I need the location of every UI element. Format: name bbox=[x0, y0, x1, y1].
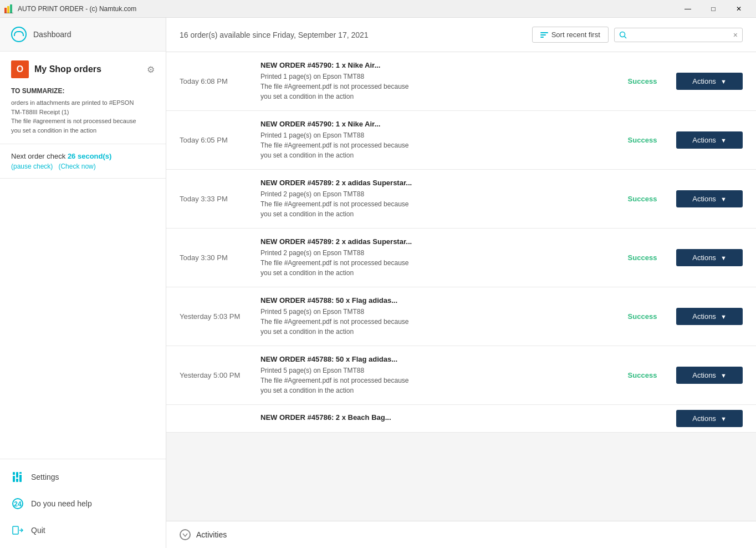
search-input[interactable] bbox=[630, 31, 730, 39]
sort-button[interactable]: Sort recent first bbox=[532, 27, 609, 43]
settings-label: Settings bbox=[31, 473, 59, 481]
order-subtitle: Printed 2 page(s) on Epson TMT88The file… bbox=[260, 189, 609, 219]
order-status: Success bbox=[617, 77, 667, 85]
order-title: NEW ORDER #45788: 50 x Flag adidas... bbox=[260, 296, 609, 305]
sidebar-item-help[interactable]: 24 Do you need help bbox=[0, 490, 166, 517]
shop-title: My Shop orders bbox=[34, 64, 141, 74]
svg-rect-1 bbox=[7, 6, 9, 13]
svg-point-14 bbox=[620, 32, 625, 37]
app-container: Dashboard O My Shop orders ⚙ TO SUMMARIZ… bbox=[0, 18, 756, 548]
order-subtitle: Printed 5 page(s) on Epson TMT88The file… bbox=[260, 366, 609, 395]
dashboard-icon bbox=[11, 27, 27, 42]
search-clear-button[interactable]: × bbox=[733, 31, 738, 39]
actions-button[interactable]: Actions ▼ bbox=[676, 190, 743, 207]
order-status: Success bbox=[617, 195, 667, 203]
actions-label: Actions bbox=[692, 77, 716, 85]
order-row: Yesterday 5:03 PM NEW ORDER #45788: 50 x… bbox=[166, 287, 756, 346]
actions-label: Actions bbox=[692, 414, 716, 423]
help-icon: 24 bbox=[11, 497, 24, 510]
order-subtitle: Printed 1 page(s) on Epson TMT88The file… bbox=[260, 72, 609, 102]
dashboard-label: Dashboard bbox=[33, 30, 71, 39]
sidebar-summary: TO SUMMARIZE: orders in attachments are … bbox=[0, 83, 166, 144]
main-header: 16 order(s) available since Friday, Sept… bbox=[166, 18, 756, 52]
activities-toggle-button[interactable] bbox=[180, 529, 191, 540]
status-badge: Success bbox=[628, 77, 657, 85]
quit-icon bbox=[11, 524, 24, 537]
sidebar-item-dashboard[interactable]: Dashboard bbox=[0, 18, 166, 52]
order-title: NEW ORDER #45786: 2 x Beach Bag... bbox=[260, 413, 609, 422]
svg-line-15 bbox=[624, 36, 626, 38]
order-details: NEW ORDER #45788: 50 x Flag adidas... Pr… bbox=[260, 296, 609, 337]
status-badge: Success bbox=[628, 312, 657, 321]
shop-settings-button[interactable]: ⚙ bbox=[147, 64, 155, 75]
check-now-link[interactable]: (Check now) bbox=[58, 163, 95, 170]
order-subtitle: Printed 2 page(s) on Epson TMT88The file… bbox=[260, 248, 609, 278]
search-icon bbox=[619, 31, 627, 39]
summary-heading: TO SUMMARIZE: bbox=[11, 87, 155, 95]
activities-label: Activities bbox=[196, 530, 227, 539]
main-content: 16 order(s) available since Friday, Sept… bbox=[166, 18, 756, 548]
next-check-section: Next order check 26 second(s) (pause che… bbox=[0, 144, 166, 179]
order-title: NEW ORDER #45789: 2 x adidas Superstar..… bbox=[260, 179, 609, 187]
order-row: NEW ORDER #45786: 2 x Beach Bag... Actio… bbox=[166, 405, 756, 433]
orders-list: Today 6:08 PM NEW ORDER #45790: 1 x Nike… bbox=[166, 52, 756, 521]
order-subtitle: Printed 1 page(s) on Epson TMT88The file… bbox=[260, 130, 609, 160]
orders-count-text: 16 order(s) available since Friday, Sept… bbox=[180, 31, 369, 39]
sidebar-bottom: Settings 24 Do you need help bbox=[0, 459, 166, 548]
order-title: NEW ORDER #45788: 50 x Flag adidas... bbox=[260, 355, 609, 363]
sidebar: Dashboard O My Shop orders ⚙ TO SUMMARIZ… bbox=[0, 18, 166, 548]
order-details: NEW ORDER #45790: 1 x Nike Air... Printe… bbox=[260, 61, 609, 102]
actions-label: Actions bbox=[692, 253, 716, 262]
order-time: Today 6:05 PM bbox=[180, 136, 252, 144]
search-box: × bbox=[614, 28, 743, 42]
order-details: NEW ORDER #45789: 2 x adidas Superstar..… bbox=[260, 237, 609, 278]
actions-button[interactable]: Actions ▼ bbox=[676, 249, 743, 266]
actions-button[interactable]: Actions ▼ bbox=[676, 410, 743, 427]
order-row: Today 3:33 PM NEW ORDER #45789: 2 x adid… bbox=[166, 170, 756, 229]
order-status: Success bbox=[617, 136, 667, 144]
chevron-down-icon: ▼ bbox=[721, 255, 727, 261]
actions-button[interactable]: Actions ▼ bbox=[676, 73, 743, 90]
window-title: AUTO PRINT ORDER - (c) Namtuk.com bbox=[18, 5, 675, 13]
sidebar-item-settings[interactable]: Settings bbox=[0, 464, 166, 490]
actions-button[interactable]: Actions ▼ bbox=[676, 367, 743, 384]
close-button[interactable]: ✕ bbox=[726, 0, 752, 18]
actions-button[interactable]: Actions ▼ bbox=[676, 308, 743, 325]
shop-header: O My Shop orders ⚙ bbox=[0, 52, 166, 83]
order-status: Success bbox=[617, 312, 667, 321]
svg-rect-6 bbox=[19, 472, 22, 482]
chevron-down-icon: ▼ bbox=[721, 78, 727, 85]
order-title: NEW ORDER #45789: 2 x adidas Superstar..… bbox=[260, 237, 609, 246]
help-label: Do you need help bbox=[31, 499, 92, 508]
maximize-button[interactable]: □ bbox=[701, 0, 726, 18]
quit-label: Quit bbox=[31, 526, 45, 535]
status-badge: Success bbox=[628, 253, 657, 262]
order-details: NEW ORDER #45790: 1 x Nike Air... Printe… bbox=[260, 120, 609, 160]
svg-text:24: 24 bbox=[14, 500, 22, 508]
order-title: NEW ORDER #45790: 1 x Nike Air... bbox=[260, 61, 609, 69]
next-check-label: Next order check 26 second(s) bbox=[11, 152, 155, 160]
chevron-down-icon: ▼ bbox=[721, 137, 727, 144]
order-time: Today 3:33 PM bbox=[180, 195, 252, 203]
actions-label: Actions bbox=[692, 195, 716, 203]
order-title: NEW ORDER #45790: 1 x Nike Air... bbox=[260, 120, 609, 128]
actions-button[interactable]: Actions ▼ bbox=[676, 131, 743, 149]
shop-icon: O bbox=[11, 60, 29, 78]
actions-label: Actions bbox=[692, 371, 716, 379]
order-time: Today 6:08 PM bbox=[180, 77, 252, 85]
window-controls: — □ ✕ bbox=[675, 0, 752, 18]
minimize-button[interactable]: — bbox=[675, 0, 701, 18]
actions-label: Actions bbox=[692, 312, 716, 321]
order-row: Today 6:05 PM NEW ORDER #45790: 1 x Nike… bbox=[166, 111, 756, 170]
order-status: Success bbox=[617, 253, 667, 262]
status-badge: Success bbox=[628, 371, 657, 379]
gear-icon: ⚙ bbox=[147, 64, 155, 75]
header-actions: Sort recent first × bbox=[532, 27, 743, 43]
next-check-countdown: 26 second(s) bbox=[68, 152, 111, 160]
sidebar-item-quit[interactable]: Quit bbox=[0, 517, 166, 544]
pause-check-link[interactable]: (pause check) bbox=[11, 163, 53, 170]
svg-rect-2 bbox=[10, 4, 12, 13]
svg-rect-9 bbox=[19, 474, 22, 475]
titlebar: AUTO PRINT ORDER - (c) Namtuk.com — □ ✕ bbox=[0, 0, 756, 18]
svg-rect-7 bbox=[12, 475, 16, 476]
